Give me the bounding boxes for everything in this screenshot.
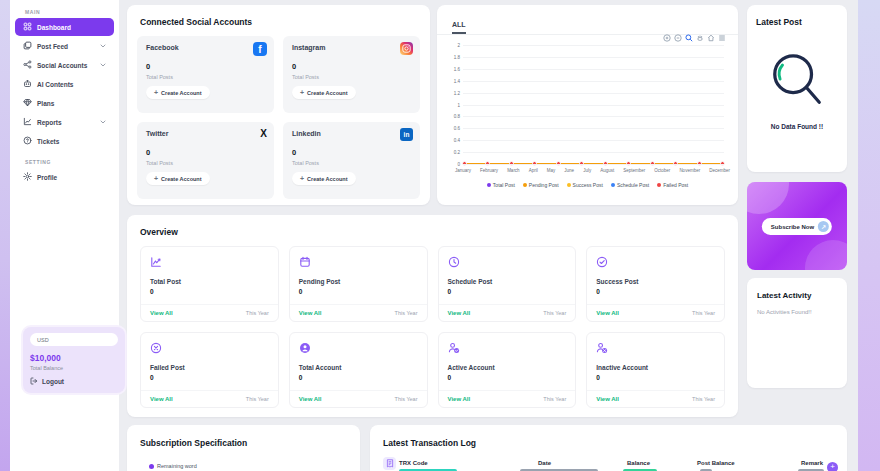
user-check-icon (448, 340, 460, 357)
period-label: This Year (395, 396, 418, 402)
chart-x-axis: JanuaryFebruaryMarchAprilMayJuneJulyAugu… (455, 168, 730, 173)
plus-icon: + (300, 175, 304, 182)
selection-zoom-icon[interactable] (685, 34, 693, 42)
twitter-tile: Twitter X 0 Total Posts +Create Account (137, 122, 274, 199)
check-circle-icon (596, 254, 608, 271)
legend-item[interactable]: Pending Post (523, 182, 559, 188)
stat-value: 0 (299, 288, 418, 295)
plus-icon: + (154, 175, 158, 182)
logout-button[interactable]: Logout (30, 377, 118, 386)
sidebar-item-dashboard[interactable]: Dashboard (15, 18, 114, 36)
sidebar-item-social-accounts[interactable]: Social Accounts (15, 56, 114, 74)
sidebar-item-label: AI Contents (37, 81, 73, 88)
chart-plot-area[interactable]: 21.81.61.41.210.80.60.40.20 (463, 45, 724, 164)
column-header-post-balance: Post Balance (697, 460, 735, 466)
view-all-link[interactable]: View All (596, 310, 619, 316)
stat-title: Pending Post (299, 278, 418, 285)
chart-y-tick: 1.4 (454, 78, 460, 83)
transaction-action-button[interactable]: + (827, 462, 838, 471)
inactive-account-card: Inactive Account 0 View AllThis Year (586, 332, 725, 408)
stat-footer: View AllThis Year (290, 390, 427, 407)
view-all-link[interactable]: View All (299, 396, 322, 402)
dashboard-icon (23, 22, 32, 32)
chart-tab-all[interactable]: ALL (452, 21, 466, 34)
gear-icon (23, 172, 32, 182)
legend-item[interactable]: Failed Post (657, 182, 688, 188)
chart-x-label: January (455, 168, 471, 173)
legend-label: Pending Post (529, 182, 559, 188)
twitter-name: Twitter (146, 130, 265, 137)
legend-item[interactable]: Total Post (487, 182, 515, 188)
legend-dot (657, 183, 661, 187)
sidebar-item-tickets[interactable]: Tickets (15, 132, 114, 150)
view-all-link[interactable]: View All (150, 396, 173, 402)
posts-chart-card: ALL 21.81.61.41.210.80.60.40.20 JanuaryF… (437, 5, 738, 205)
magnifier-illustration (756, 49, 838, 111)
sidebar-item-profile[interactable]: Profile (15, 168, 114, 186)
chart-x-label: May (547, 168, 556, 173)
zoom-out-icon[interactable] (674, 34, 682, 42)
robot-icon (23, 79, 32, 89)
sidebar-item-plans[interactable]: Plans (15, 94, 114, 112)
stat-value: 0 (299, 374, 418, 381)
legend-dot (611, 183, 615, 187)
create-account-label: Create Account (161, 176, 201, 182)
linkedin-create-account-button[interactable]: +Create Account (292, 172, 356, 185)
chart-x-label: November (679, 168, 700, 173)
plus-icon: + (154, 89, 158, 96)
sidebar-item-label: Plans (37, 100, 54, 107)
twitter-create-account-button[interactable]: +Create Account (146, 172, 210, 185)
chart-gridline (463, 116, 724, 117)
clock-icon (448, 254, 460, 271)
overview-card: Overview Total Post 0 View AllThis Year … (127, 215, 738, 417)
latest-transaction-log-title: Latest Transaction Log (383, 438, 834, 448)
chart-x-label: March (507, 168, 520, 173)
chevron-down-icon (100, 120, 106, 124)
home-icon[interactable] (707, 34, 715, 42)
stat-footer: View AllThis Year (439, 390, 576, 407)
facebook-name: Facebook (146, 44, 265, 51)
pan-icon[interactable] (696, 34, 704, 42)
view-all-link[interactable]: View All (448, 396, 471, 402)
view-all-link[interactable]: View All (596, 396, 619, 402)
chart-report-icon (23, 117, 32, 127)
total-balance-value: $10,000 (30, 353, 118, 363)
stat-title: Active Account (448, 364, 567, 371)
column-header-remark: Remark (801, 460, 823, 466)
legend-item[interactable]: Schedule Post (611, 182, 649, 188)
zoom-in-icon[interactable] (663, 34, 671, 42)
latest-post-title: Latest Post (756, 17, 838, 27)
facebook-create-account-button[interactable]: +Create Account (146, 86, 210, 99)
chart-gridline (463, 81, 724, 82)
sidebar-section-main: MAIN (25, 9, 119, 15)
period-label: This Year (543, 310, 566, 316)
twitter-post-count: 0 (146, 148, 265, 157)
legend-item[interactable]: Success Post (567, 182, 603, 188)
legend-label: Failed Post (663, 182, 688, 188)
sidebar-item-ai-contents[interactable]: AI Contents (15, 75, 114, 93)
menu-icon[interactable] (718, 34, 726, 42)
view-all-link[interactable]: View All (299, 310, 322, 316)
chart-y-tick: 1 (457, 102, 460, 107)
twitter-count-label: Total Posts (146, 160, 265, 166)
success-post-card: Success Post 0 View AllThis Year (586, 246, 725, 322)
view-all-link[interactable]: View All (448, 310, 471, 316)
sidebar-item-post-feed[interactable]: Post Feed (15, 37, 114, 55)
subscribe-now-button[interactable]: Subscribe Now ↗ (762, 218, 832, 235)
sidebar-item-reports[interactable]: Reports (15, 113, 114, 131)
overview-title: Overview (140, 227, 725, 237)
instagram-create-account-button[interactable]: +Create Account (292, 86, 356, 99)
help-circle-icon (23, 136, 32, 146)
latest-activity-card: Latest Activity No Activities Found!! (747, 278, 847, 388)
stat-value: 0 (596, 374, 715, 381)
stat-footer: View AllThis Year (141, 390, 278, 407)
period-label: This Year (543, 396, 566, 402)
view-all-link[interactable]: View All (150, 310, 173, 316)
instagram-post-count: 0 (292, 62, 411, 71)
period-label: This Year (246, 310, 269, 316)
period-label: This Year (395, 310, 418, 316)
period-label: This Year (692, 310, 715, 316)
currency-select[interactable]: USD (30, 333, 118, 346)
chart-gridline (463, 128, 724, 129)
chart-y-tick: 0.6 (454, 126, 460, 131)
